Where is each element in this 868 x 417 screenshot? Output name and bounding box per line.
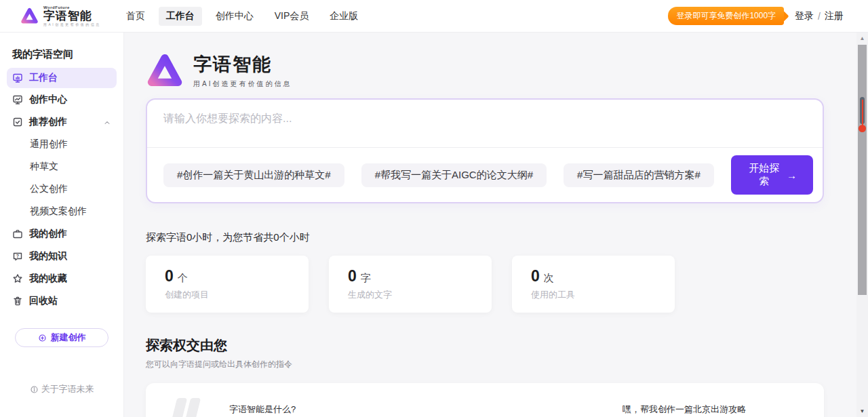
top-navbar: WordFuture 字语智能 用AI创造更有价值的信息 首页 工作台 创作中心… bbox=[0, 0, 868, 33]
sidebar-item-my-favorites[interactable]: 我的收藏 bbox=[0, 267, 123, 290]
qa-example-prompt: 嘿，帮我创作一篇北京出游攻略 bbox=[623, 403, 746, 416]
explore-section-title: 探索权交由您 bbox=[146, 336, 856, 355]
scrollbar-thumb[interactable] bbox=[858, 45, 867, 295]
sidebar-item-label: 我的收藏 bbox=[29, 273, 67, 285]
stats-row: 0个 创建的项目 0字 生成的文字 0次 使用的工具 bbox=[146, 256, 856, 313]
stat-card-projects: 0个 创建的项目 bbox=[146, 256, 309, 313]
scroll-down-arrow-icon[interactable]: ▼ bbox=[856, 408, 868, 414]
hero-brand-name: 字语智能 bbox=[193, 52, 292, 77]
brand-triangle-icon-large bbox=[146, 52, 184, 90]
stat-value: 0 bbox=[165, 267, 174, 285]
main-content: 字语智能 用AI创造更有价值的信息 #创作一篇关于黄山出游的种草文# #帮我写一… bbox=[124, 33, 856, 417]
hero-brand: 字语智能 用AI创造更有价值的信息 bbox=[146, 51, 856, 90]
nav-item-vip[interactable]: VIP会员 bbox=[267, 7, 317, 26]
suggestion-chip-dessert[interactable]: #写一篇甜品店的营销方案# bbox=[564, 163, 714, 187]
recommended-check-icon bbox=[12, 117, 23, 127]
sidebar-item-my-knowledge[interactable]: ? 我的知识 bbox=[0, 245, 123, 267]
suggestion-chip-aigc[interactable]: #帮我写一篇关于AIGC的论文大纲# bbox=[361, 163, 547, 187]
explore-search-input[interactable] bbox=[147, 100, 823, 147]
stat-card-words: 0字 生成的文字 bbox=[329, 256, 492, 313]
hero-brand-tagline: 用AI创造更有价值的信息 bbox=[193, 79, 292, 89]
navbar-menu: 首页 工作台 创作中心 VIP会员 企业版 bbox=[119, 7, 366, 26]
sidebar-item-recommended[interactable]: 推荐创作 bbox=[0, 111, 123, 133]
sidebar-item-label: 工作台 bbox=[29, 72, 58, 84]
sidebar-item-my-creations[interactable]: 我的创作 bbox=[0, 222, 123, 245]
creation-center-monitor-icon bbox=[12, 94, 23, 105]
sidebar-title: 我的字语空间 bbox=[12, 48, 123, 61]
nav-item-workbench[interactable]: 工作台 bbox=[159, 7, 202, 26]
suggestion-chip-huangshan[interactable]: #创作一篇关于黄山出游的种草文# bbox=[163, 163, 344, 187]
brand-tagline-small: 用AI创造更有价值的信息 bbox=[43, 23, 101, 26]
trash-icon bbox=[12, 296, 23, 306]
qa-example-question: 字语智能是什么? bbox=[229, 403, 296, 416]
nav-item-creation-center[interactable]: 创作中心 bbox=[208, 7, 261, 26]
arrow-right-icon: → bbox=[787, 170, 797, 181]
thermometer-marker-icon bbox=[859, 97, 866, 132]
auth-links: 登录 / 注册 bbox=[795, 10, 844, 22]
sidebar-item-recycle-bin[interactable]: 回收站 bbox=[0, 290, 123, 312]
quote-icon bbox=[174, 398, 198, 417]
briefcase-icon bbox=[12, 229, 23, 239]
sidebar-item-workbench[interactable]: 工作台 bbox=[7, 68, 117, 88]
new-creation-label: 新建创作 bbox=[51, 332, 86, 344]
stat-caption: 生成的文字 bbox=[348, 289, 473, 301]
explore-section-subtitle: 您可以向字语提问或给出具体创作的指令 bbox=[146, 359, 856, 370]
sidebar-item-grass-article[interactable]: 种草文 bbox=[0, 155, 123, 178]
about-link-label: 关于字语未来 bbox=[41, 383, 94, 395]
vertical-scrollbar[interactable]: ▲ ▼ bbox=[856, 33, 868, 417]
stat-unit: 字 bbox=[361, 272, 371, 283]
suggestion-chips-row: #创作一篇关于黄山出游的种草文# #帮我写一篇关于AIGC的论文大纲# #写一篇… bbox=[147, 147, 823, 202]
stat-card-tools: 0次 使用的工具 bbox=[512, 256, 675, 313]
sidebar-item-label: 视频文案创作 bbox=[30, 205, 87, 218]
explore-search-card: #创作一篇关于黄山出游的种草文# #帮我写一篇关于AIGC的论文大纲# #写一篇… bbox=[146, 98, 824, 203]
question-bubble-icon: ? bbox=[12, 251, 23, 262]
start-explore-label: 开始探索 bbox=[747, 162, 781, 188]
sidebar-item-official-doc[interactable]: 公文创作 bbox=[0, 178, 123, 200]
workbench-monitor-icon bbox=[12, 73, 23, 83]
stat-value: 0 bbox=[531, 267, 540, 285]
sidebar-item-label: 我的知识 bbox=[29, 250, 67, 262]
sidebar-item-label: 创作中心 bbox=[29, 94, 67, 106]
sidebar-item-label: 回收站 bbox=[29, 295, 58, 307]
sidebar: 我的字语空间 工作台 创作中心 推荐创作 通用创作 种草文 bbox=[0, 33, 124, 417]
sidebar-item-label: 我的创作 bbox=[29, 228, 67, 240]
qa-example-card: 字语智能是什么? 嘿，帮我创作一篇北京出游攻略 bbox=[146, 383, 824, 417]
brand-name: 字语智能 bbox=[43, 10, 101, 22]
sidebar-item-label: 推荐创作 bbox=[29, 116, 67, 128]
scroll-up-arrow-icon[interactable]: ▲ bbox=[856, 35, 868, 41]
navbar-logo[interactable]: WordFuture 字语智能 用AI创造更有价值的信息 bbox=[20, 5, 101, 26]
star-icon bbox=[12, 273, 23, 284]
sidebar-item-label: 通用创作 bbox=[30, 138, 68, 151]
sidebar-item-label: 种草文 bbox=[30, 161, 58, 173]
sidebar-item-label: 公文创作 bbox=[30, 183, 68, 195]
stat-unit: 个 bbox=[178, 272, 188, 283]
svg-text:?: ? bbox=[16, 253, 19, 258]
stats-summary: 探索字语0小时，为您节省共0个小时 bbox=[146, 231, 856, 244]
register-link[interactable]: 注册 bbox=[825, 10, 844, 22]
plus-circle-icon bbox=[38, 334, 47, 342]
nav-item-enterprise[interactable]: 企业版 bbox=[322, 7, 366, 26]
login-link[interactable]: 登录 bbox=[795, 10, 814, 22]
stat-caption: 使用的工具 bbox=[531, 289, 656, 301]
auth-divider: / bbox=[818, 11, 821, 22]
chevron-up-icon[interactable] bbox=[103, 118, 111, 126]
nav-item-home[interactable]: 首页 bbox=[119, 7, 153, 26]
stat-caption: 创建的项目 bbox=[165, 289, 290, 301]
new-creation-button[interactable]: 新建创作 bbox=[15, 328, 108, 347]
login-promo-badge[interactable]: 登录即可享免费创作1000字 bbox=[668, 7, 784, 25]
about-link[interactable]: 关于字语未来 bbox=[0, 383, 123, 395]
sidebar-item-creation-center[interactable]: 创作中心 bbox=[0, 88, 123, 111]
sidebar-item-video-copy[interactable]: 视频文案创作 bbox=[0, 200, 123, 222]
sidebar-item-general-creation[interactable]: 通用创作 bbox=[0, 133, 123, 155]
start-explore-button[interactable]: 开始探索 → bbox=[731, 155, 813, 195]
stat-unit: 次 bbox=[544, 272, 554, 283]
info-circle-icon bbox=[30, 385, 39, 394]
brand-triangle-icon bbox=[20, 7, 39, 25]
stat-value: 0 bbox=[348, 267, 357, 285]
